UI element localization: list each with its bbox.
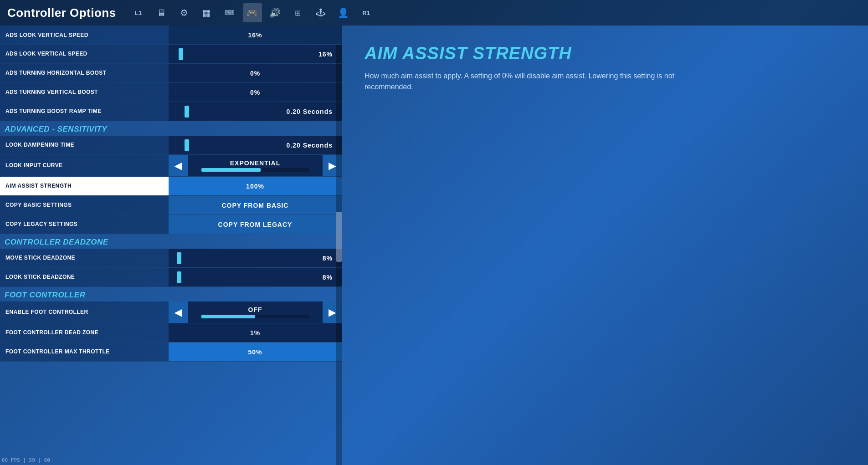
ads-turning-vertical-boost-label: ADS TURNING VERTICAL BOOST — [0, 83, 169, 102]
copy-legacy-settings-value[interactable]: COPY FROM LEGACY — [169, 215, 342, 234]
nav-l1[interactable]: L1 — [129, 3, 148, 22]
slider-thumb — [185, 106, 189, 118]
look-input-curve-text: EXPONENTIAL — [230, 159, 281, 167]
look-stick-deadzone-value[interactable]: 8% — [169, 268, 342, 286]
section-controller-deadzone: CONTROLLER DEADZONE — [0, 234, 342, 249]
look-dampening-time-text: 0.20 Seconds — [287, 142, 333, 149]
look-input-curve-control: ◀ EXPONENTIAL ▶ — [169, 155, 342, 176]
top-nav: Controller Options L1 🖥 ⚙ ▦ ⌨ 🎮 🔊 ⊞ 🕹 👤 … — [0, 0, 868, 26]
foot-controller-dead-zone-value[interactable]: 1% — [169, 323, 342, 342]
list-item: ADS TURNING HORIZONTAL BOOST 0% — [0, 64, 342, 83]
list-item: ADS LOOK VERTICAL SPEED 16% — [0, 45, 342, 64]
nav-gear[interactable]: ⚙ — [175, 3, 194, 22]
slider-thumb — [179, 48, 183, 60]
enable-foot-controller-left-arrow[interactable]: ◀ — [169, 301, 188, 323]
ads-turning-boost-ramp-time-label: ADS TURNING BOOST RAMP TIME — [0, 102, 169, 121]
copy-from-basic-button[interactable]: COPY FROM BASIC — [169, 196, 342, 215]
slider-thumb — [185, 139, 189, 151]
enable-foot-controller-center: OFF — [188, 301, 323, 323]
foot-controller-max-throttle-text: 50% — [248, 348, 262, 356]
list-item: COPY BASIC SETTINGS COPY FROM BASIC — [0, 196, 342, 215]
ads-look-vertical-speed-label: ADS LOOK VERTICAL SPEED — [0, 26, 169, 44]
ads-turning-vertical-boost-value[interactable]: 0% — [169, 83, 342, 102]
look-input-curve-label: LOOK INPUT CURVE — [0, 155, 169, 176]
ads-look-vertical-speed-value[interactable]: 16% — [169, 26, 342, 44]
look-dampening-time-label: LOOK DAMPENING TIME — [0, 136, 169, 154]
nav-speaker[interactable]: 🔊 — [266, 3, 285, 22]
foot-controller-max-throttle-value[interactable]: 50% — [169, 342, 342, 361]
aim-assist-strength-label: AIM ASSIST STRENGTH — [0, 177, 169, 195]
nav-monitor[interactable]: 🖥 — [152, 3, 171, 22]
look-input-curve-slider-fill — [201, 168, 261, 172]
slider-thumb — [177, 271, 181, 283]
list-item: MOVE STICK DEADZONE 8% — [0, 249, 342, 268]
list-item: ADS TURNING BOOST RAMP TIME 0.20 Seconds — [0, 102, 342, 121]
look-input-curve-left-arrow[interactable]: ◀ — [169, 155, 188, 176]
scrollbar-thumb[interactable] — [336, 212, 342, 262]
aim-assist-strength-value[interactable]: 100% — [169, 177, 342, 195]
nav-display[interactable]: ▦ — [197, 3, 216, 22]
copy-legacy-settings-label: COPY LEGACY SETTINGS — [0, 215, 169, 234]
ads-look-vertical-speed-value[interactable]: 16% — [169, 45, 342, 63]
list-item: COPY LEGACY SETTINGS COPY FROM LEGACY — [0, 215, 342, 234]
aim-assist-strength-text: 100% — [246, 183, 264, 190]
fps-counter: 60 FPS | 59 | 60 — [2, 457, 50, 463]
nav-network[interactable]: ⊞ — [288, 3, 308, 22]
ads-turning-horizontal-boost-text: 0% — [250, 70, 260, 77]
move-stick-deadzone-value[interactable]: 8% — [169, 249, 342, 267]
foot-controller-dead-zone-text: 1% — [250, 329, 260, 337]
enable-foot-controller-text: OFF — [248, 306, 262, 313]
ads-look-vertical-speed-text: 16% — [318, 51, 333, 58]
list-item: LOOK DAMPENING TIME 0.20 Seconds — [0, 136, 342, 155]
slider-thumb — [177, 252, 181, 264]
enable-foot-controller-label: ENABLE FOOT CONTROLLER — [0, 301, 169, 323]
page-title: Controller Options — [7, 6, 116, 20]
list-item: LOOK STICK DEADZONE 8% — [0, 268, 342, 287]
section-advanced-sensitivity: ADVANCED - SENSITIVITY — [0, 121, 342, 136]
copy-from-legacy-button[interactable]: COPY FROM LEGACY — [169, 215, 342, 234]
look-dampening-time-value[interactable]: 0.20 Seconds — [169, 136, 342, 154]
list-item: ADS TURNING VERTICAL BOOST 0% — [0, 83, 342, 102]
main-content: ADS LOOK VERTICAL SPEED 16% .row { displ… — [0, 26, 868, 465]
ads-look-vertical-speed-label: ADS LOOK VERTICAL SPEED — [0, 45, 169, 63]
nav-user[interactable]: 👤 — [334, 3, 353, 22]
info-title: AIM ASSIST STRENGTH — [365, 44, 845, 63]
list-item: LOOK INPUT CURVE ◀ EXPONENTIAL ▶ — [0, 155, 342, 177]
list-item: FOOT CONTROLLER DEAD ZONE 1% — [0, 323, 342, 342]
section-foot-controller: FOOT CONTROLLER — [0, 287, 342, 301]
ads-turning-vertical-boost-text: 0% — [250, 89, 260, 96]
enable-foot-controller-slider — [201, 315, 309, 318]
enable-foot-controller-value[interactable]: ◀ OFF ▶ — [169, 301, 342, 323]
list-item: FOOT CONTROLLER MAX THROTTLE 50% — [0, 342, 342, 362]
nav-controller[interactable]: 🎮 — [243, 3, 262, 22]
nav-r1[interactable]: R1 — [357, 3, 376, 22]
look-stick-deadzone-label: LOOK STICK DEADZONE — [0, 268, 169, 286]
enable-foot-controller-slider-fill — [201, 315, 255, 318]
nav-gamepad[interactable]: 🕹 — [311, 3, 330, 22]
ads-turning-boost-ramp-time-value[interactable]: 0.20 Seconds — [169, 102, 342, 121]
look-input-curve-center: EXPONENTIAL — [188, 155, 323, 176]
ads-turning-horizontal-boost-label: ADS TURNING HORIZONTAL BOOST — [0, 64, 169, 82]
ads-turning-horizontal-boost-value[interactable]: 0% — [169, 64, 342, 82]
list-item: ENABLE FOOT CONTROLLER ◀ OFF ▶ — [0, 301, 342, 323]
look-input-curve-slider — [201, 168, 309, 172]
ads-turning-boost-ramp-time-text: 0.20 Seconds — [287, 108, 333, 115]
look-input-curve-value[interactable]: ◀ EXPONENTIAL ▶ — [169, 155, 342, 176]
move-stick-deadzone-label: MOVE STICK DEADZONE — [0, 249, 169, 267]
look-stick-deadzone-text: 8% — [323, 274, 333, 281]
move-stick-deadzone-text: 8% — [323, 255, 333, 262]
info-description: How much aim assist to apply. A setting … — [365, 71, 674, 92]
foot-controller-max-throttle-label: FOOT CONTROLLER MAX THROTTLE — [0, 342, 169, 361]
list-item: ADS LOOK VERTICAL SPEED 16% — [0, 26, 342, 45]
settings-panel: ADS LOOK VERTICAL SPEED 16% .row { displ… — [0, 26, 342, 465]
scrollbar-track — [336, 45, 342, 465]
copy-basic-settings-value[interactable]: COPY FROM BASIC — [169, 196, 342, 215]
foot-controller-dead-zone-label: FOOT CONTROLLER DEAD ZONE — [0, 323, 169, 342]
info-panel: AIM ASSIST STRENGTH How much aim assist … — [342, 26, 868, 465]
ads-look-vertical-speed-text: 16% — [248, 31, 262, 39]
copy-basic-settings-label: COPY BASIC SETTINGS — [0, 196, 169, 215]
nav-keyboard[interactable]: ⌨ — [220, 3, 239, 22]
enable-foot-controller-control: ◀ OFF ▶ — [169, 301, 342, 323]
list-item: AIM ASSIST STRENGTH 100% — [0, 177, 342, 196]
